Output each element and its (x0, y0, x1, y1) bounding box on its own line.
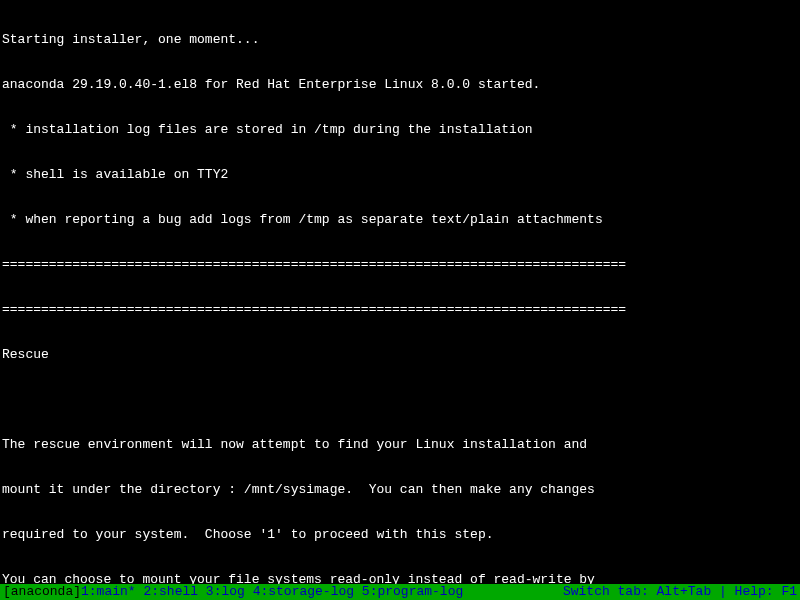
status-left: [anaconda]1:main* 2:shell 3:log 4:storag… (3, 584, 463, 600)
session-name: [anaconda] (3, 584, 81, 599)
body-line: The rescue environment will now attempt … (2, 437, 800, 452)
boot-line: anaconda 29.19.0.40-1.el8 for Red Hat En… (2, 77, 800, 92)
body-line: required to your system. Choose '1' to p… (2, 527, 800, 542)
boot-line: Starting installer, one moment... (2, 32, 800, 47)
terminal-screen: Starting installer, one moment... anacon… (0, 0, 800, 600)
divider: ========================================… (2, 257, 800, 272)
boot-line: * installation log files are stored in /… (2, 122, 800, 137)
section-title: Rescue (2, 347, 800, 362)
body-line: mount it under the directory : /mnt/sysi… (2, 482, 800, 497)
tmux-statusbar: [anaconda]1:main* 2:shell 3:log 4:storag… (0, 584, 800, 600)
boot-line: * shell is available on TTY2 (2, 167, 800, 182)
status-help: Switch tab: Alt+Tab | Help: F1 (563, 584, 797, 600)
tab-list[interactable]: 1:main* 2:shell 3:log 4:storage-log 5:pr… (81, 584, 463, 599)
boot-line: * when reporting a bug add logs from /tm… (2, 212, 800, 227)
blank-line (2, 392, 800, 407)
divider: ========================================… (2, 302, 800, 317)
console-output: Starting installer, one moment... anacon… (0, 0, 800, 600)
